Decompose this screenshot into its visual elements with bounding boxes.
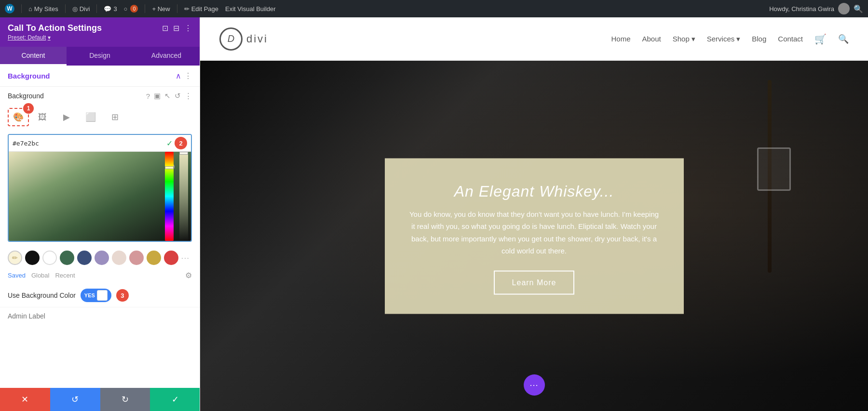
- swatch-black[interactable]: [25, 251, 40, 265]
- comments-badge-menu[interactable]: ○ 0: [124, 5, 138, 13]
- nav-shop[interactable]: Shop ▾: [673, 35, 695, 43]
- background-row: Background ? ▣ ↖ ↺ ⋮: [0, 87, 200, 105]
- panel-footer: ✕ ↺ ↻ ✓: [0, 388, 200, 411]
- eyedropper-icon: ✏: [12, 254, 18, 262]
- swatch-red[interactable]: [164, 251, 178, 265]
- undo-button[interactable]: ↺: [50, 388, 100, 411]
- opacity-slider[interactable]: [179, 152, 188, 241]
- video-icon: ▶: [63, 112, 70, 122]
- color-picker: ✓ 2: [8, 134, 192, 242]
- dots-icon: ···: [529, 380, 538, 390]
- divi-menu[interactable]: ◎ Divi: [72, 5, 90, 13]
- site-logo: D divi: [219, 27, 268, 51]
- glass-decoration: [757, 147, 791, 191]
- divi-label: Divi: [80, 5, 90, 13]
- tab-advanced-label: Advanced: [151, 52, 181, 59]
- cta-button[interactable]: Learn More: [494, 270, 575, 294]
- wp-logo-icon[interactable]: W: [5, 4, 14, 13]
- use-background-color-row: Use Background Color YES 3: [0, 284, 200, 307]
- panel-preset[interactable]: Preset: Default ▾: [8, 34, 192, 41]
- panel-split-icon[interactable]: ⊟: [173, 24, 179, 33]
- settings-panel: Call To Action Settings ⊡ ⊟ ⋮ Preset: De…: [0, 17, 200, 411]
- search-admin-icon[interactable]: 🔍: [854, 4, 863, 13]
- color-confirm-icon[interactable]: ✓: [166, 139, 173, 148]
- help-icon[interactable]: ?: [146, 92, 150, 100]
- preset-label: Preset: Default: [8, 34, 46, 41]
- shop-dropdown-icon: ▾: [692, 35, 695, 43]
- pointer-icon[interactable]: ↖: [164, 92, 171, 100]
- swatch-dark-green[interactable]: [60, 251, 74, 265]
- site-nav: D divi Home About Shop ▾ Services ▾: [200, 17, 868, 61]
- cancel-icon: ✕: [21, 394, 28, 405]
- color-hex-input[interactable]: [13, 140, 166, 147]
- swatch-white[interactable]: [42, 251, 57, 265]
- swatch-row: ✏ ···: [0, 247, 200, 269]
- panel-more-icon[interactable]: ⋮: [184, 24, 192, 33]
- logo-d: D: [219, 27, 243, 51]
- hue-slider[interactable]: [165, 152, 174, 241]
- tab-content-label: Content: [21, 52, 45, 59]
- search-icon[interactable]: 🔍: [838, 34, 849, 44]
- admin-label-section: Admin Label: [0, 307, 200, 325]
- panel-resize-icon[interactable]: ⊡: [162, 24, 168, 33]
- avatar: [838, 3, 850, 14]
- swatch-gold[interactable]: [147, 251, 161, 265]
- site-menu: Home About Shop ▾ Services ▾ Blog Contac: [611, 33, 849, 45]
- background-section-header: Background ∧ ⋮: [0, 66, 200, 87]
- tab-content[interactable]: Content: [0, 47, 67, 66]
- global-preset-label[interactable]: Global: [31, 272, 50, 279]
- use-color-toggle[interactable]: YES: [81, 289, 111, 302]
- recent-preset-label[interactable]: Recent: [55, 272, 75, 279]
- nav-contact[interactable]: Contact: [778, 35, 803, 43]
- tab-advanced[interactable]: Advanced: [133, 47, 200, 66]
- tab-design[interactable]: Design: [67, 47, 133, 66]
- swatch-pink[interactable]: [129, 251, 144, 265]
- more-swatches[interactable]: ···: [181, 254, 190, 262]
- color-gradient-canvas[interactable]: [9, 152, 191, 241]
- my-sites-menu[interactable]: ⌂ My Sites: [28, 5, 58, 13]
- new-button[interactable]: + New: [152, 5, 170, 13]
- bg-type-pattern-button[interactable]: ⊞: [104, 108, 125, 126]
- nav-home[interactable]: Home: [611, 35, 630, 43]
- cancel-button[interactable]: ✕: [0, 388, 50, 411]
- toggle-yes-text: YES: [84, 292, 95, 298]
- save-button[interactable]: ✓: [150, 388, 200, 411]
- cta-box: An Elegant Whiskey... You do know, you d…: [385, 158, 684, 314]
- home-label: Home: [611, 35, 630, 43]
- tab-design-label: Design: [89, 52, 110, 59]
- floating-dots-button[interactable]: ···: [524, 374, 545, 396]
- section-collapse-icon[interactable]: ∧: [176, 71, 181, 80]
- reset-icon[interactable]: ↺: [175, 92, 181, 100]
- nav-about[interactable]: About: [642, 35, 661, 43]
- divider-3: [96, 4, 97, 13]
- opacity-handle[interactable]: [179, 152, 188, 155]
- swatch-purple[interactable]: [95, 251, 109, 265]
- gradient-icon: ⬜: [85, 112, 96, 122]
- nav-blog[interactable]: Blog: [752, 35, 766, 43]
- edit-page-button[interactable]: ✏ Edit Page: [184, 5, 218, 13]
- swatch-blush[interactable]: [112, 251, 126, 265]
- nav-services[interactable]: Services ▾: [707, 35, 741, 43]
- swatch-blue[interactable]: [77, 251, 92, 265]
- bg-type-gradient-button[interactable]: ⬜: [80, 108, 101, 126]
- preset-settings-icon[interactable]: ⚙: [185, 271, 192, 280]
- background-section-title: Background: [8, 72, 50, 80]
- saved-preset-label[interactable]: Saved: [8, 272, 26, 279]
- divider-5: [177, 4, 177, 13]
- hue-handle[interactable]: [165, 166, 174, 169]
- more-icon[interactable]: ⋮: [185, 92, 192, 100]
- comment-count: 3: [113, 5, 117, 13]
- bg-type-image-button[interactable]: 🖼: [32, 108, 53, 126]
- section-options-icon[interactable]: ⋮: [184, 71, 192, 80]
- comments-menu[interactable]: 💬 3: [104, 5, 117, 13]
- cart-icon[interactable]: 🛒: [814, 33, 827, 45]
- cta-title: An Elegant Whiskey...: [409, 182, 660, 200]
- panel-tabs: Content Design Advanced: [0, 47, 200, 66]
- custom-color-button[interactable]: ✏: [8, 251, 22, 265]
- mobile-icon[interactable]: ▣: [154, 92, 161, 100]
- bg-type-video-button[interactable]: ▶: [56, 108, 77, 126]
- color-fill-icon: 🎨: [13, 112, 24, 122]
- exit-builder-button[interactable]: Exit Visual Builder: [225, 5, 276, 13]
- redo-button[interactable]: ↻: [100, 388, 150, 411]
- bg-type-row: 🎨 1 🖼 ▶ ⬜ ⊞: [0, 105, 200, 131]
